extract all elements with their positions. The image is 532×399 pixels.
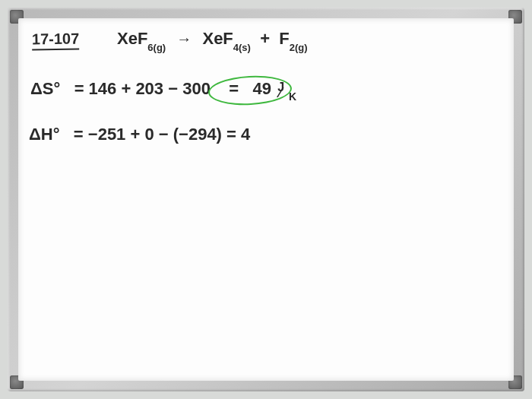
product2-formula: F	[279, 29, 289, 48]
whiteboard-frame: 17-107 XeF6(g) → XeF4(s) + F2(g) ΔS° = 1…	[8, 8, 524, 391]
enthalpy-label: ΔH°	[29, 125, 60, 144]
enthalpy-expression: = −251 + 0 − (−294) = 4	[74, 125, 250, 144]
reactant-formula: XeF	[117, 29, 147, 48]
problem-number: 17-107	[32, 30, 80, 50]
chemical-equation: XeF6(g) → XeF4(s) + F2(g)	[117, 29, 308, 50]
product1-subscript: 4(s)	[233, 42, 251, 53]
entropy-label: ΔS°	[30, 79, 60, 98]
product2-subscript: 2(g)	[290, 42, 308, 53]
entropy-expression: = 146 + 203 − 300	[74, 79, 211, 98]
whiteboard-surface: 17-107 XeF6(g) → XeF4(s) + F2(g) ΔS° = 1…	[18, 18, 514, 381]
reactant-subscript: 6(g)	[147, 42, 166, 53]
product1-formula: XeF	[202, 29, 233, 48]
enthalpy-line: ΔH° = −251 + 0 − (−294) = 4	[29, 125, 250, 144]
reaction-arrow-icon: →	[176, 30, 192, 48]
